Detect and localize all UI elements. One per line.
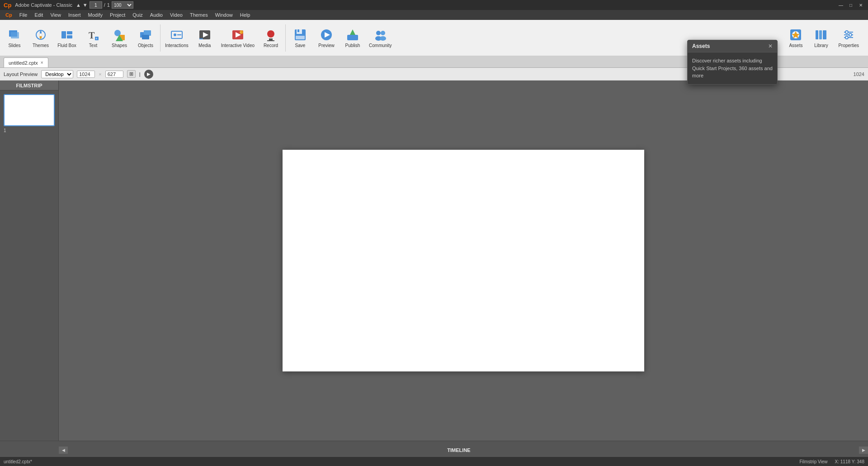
menu-project[interactable]: Project xyxy=(106,10,129,20)
themes-tool[interactable]: Themes xyxy=(28,21,53,55)
menu-themes[interactable]: Themes xyxy=(186,10,212,20)
preview-tool[interactable]: Preview xyxy=(314,21,339,55)
status-file-name: untitled2.cptx* xyxy=(4,459,32,464)
community-icon xyxy=(373,28,387,42)
media-tool[interactable]: Media xyxy=(192,21,217,55)
menu-video[interactable]: Video xyxy=(166,10,186,20)
assets-tool[interactable]: Assets xyxy=(784,21,807,55)
scroll-right-button[interactable]: ▶ xyxy=(859,447,868,454)
record-tool[interactable]: Record xyxy=(258,21,283,55)
zoom-select[interactable]: 100 75 50 150 xyxy=(112,1,133,9)
svg-rect-44 xyxy=(816,30,818,39)
menu-quiz[interactable]: Quiz xyxy=(129,10,146,20)
svg-rect-5 xyxy=(67,31,72,34)
svg-rect-6 xyxy=(67,35,72,38)
minimize-button[interactable]: — xyxy=(837,1,844,9)
menubar: Cp File Edit View Insert Modify Project … xyxy=(0,10,868,20)
shapes-label: Shapes xyxy=(112,43,127,48)
fit-button[interactable]: ⊞ xyxy=(127,70,136,78)
publish-icon xyxy=(345,28,360,42)
timeline-label: TIMELINE xyxy=(59,447,859,453)
close-button[interactable]: ✕ xyxy=(857,1,864,9)
media-icon xyxy=(198,28,212,42)
svg-point-37 xyxy=(376,31,381,35)
tab-close-button[interactable]: × xyxy=(41,60,43,65)
slides-icon xyxy=(7,28,22,42)
maximize-button[interactable]: □ xyxy=(847,1,854,9)
filmstrip-header: FILMSTRIP xyxy=(0,81,58,90)
page-controls: ▲ ▼ / 1 100 75 50 150 xyxy=(76,1,133,9)
text-label: Text xyxy=(89,43,97,48)
library-tool[interactable]: Library xyxy=(809,21,833,55)
svg-point-50 xyxy=(845,31,848,33)
menu-file[interactable]: File xyxy=(16,10,31,20)
properties-tool[interactable]: Properties xyxy=(835,21,863,55)
menu-insert[interactable]: Insert xyxy=(65,10,85,20)
layout-preview-label: Layout Preview xyxy=(4,71,38,77)
preview-icon xyxy=(319,28,334,42)
properties-icon xyxy=(841,28,856,42)
shapes-tool[interactable]: Shapes xyxy=(107,21,132,55)
interactions-label: Interactions xyxy=(165,43,189,48)
publish-tool[interactable]: Publish xyxy=(340,21,365,55)
separator: | xyxy=(139,71,141,77)
fluid-box-label: Fluid Box xyxy=(57,43,76,48)
nav-up-icon[interactable]: ▲ xyxy=(76,2,81,8)
assets-popup-body: Discover richer assets including Quick S… xyxy=(688,52,777,84)
record-label: Record xyxy=(264,43,278,48)
filmstrip-content: 1 xyxy=(0,90,58,441)
community-label: Community xyxy=(369,43,392,48)
svg-rect-31 xyxy=(297,29,299,32)
preview-label: Preview xyxy=(318,43,335,48)
community-tool[interactable]: Community xyxy=(366,21,395,55)
page-total: 1 xyxy=(107,2,110,8)
svg-point-51 xyxy=(849,33,852,36)
play-button[interactable]: ▶ xyxy=(144,70,153,79)
fluid-box-icon xyxy=(60,28,74,42)
toolbar-separator-2 xyxy=(285,24,286,52)
save-tool[interactable]: Save xyxy=(288,21,313,55)
publish-label: Publish xyxy=(345,43,360,48)
page-input[interactable] xyxy=(90,1,102,9)
interactions-tool[interactable]: Interactions xyxy=(162,21,191,55)
layout-select[interactable]: Desktop Tablet Mobile xyxy=(41,70,73,78)
menu-modify[interactable]: Modify xyxy=(85,10,106,20)
slides-tool[interactable]: Slides xyxy=(2,21,27,55)
app-title: Adobe Captivate - Classic xyxy=(15,2,72,8)
slide-canvas[interactable] xyxy=(283,150,644,371)
menu-edit[interactable]: Edit xyxy=(31,10,47,20)
assets-label: Assets xyxy=(789,43,802,48)
view-mode: Filmstrip View xyxy=(800,459,828,464)
dim-separator: × xyxy=(99,71,101,77)
text-tool[interactable]: T + Text xyxy=(80,21,106,55)
menu-help[interactable]: Help xyxy=(236,10,254,20)
save-label: Save xyxy=(295,43,306,48)
canvas-width: 1024 xyxy=(77,71,95,78)
slides-label: Slides xyxy=(8,43,20,48)
canvas-area[interactable] xyxy=(59,81,868,441)
slide-number-1: 1 xyxy=(4,128,55,133)
svg-rect-46 xyxy=(823,30,826,39)
menu-window[interactable]: Window xyxy=(212,10,236,20)
slide-thumbnail-1[interactable] xyxy=(4,94,55,126)
assets-popup-close[interactable]: ✕ xyxy=(768,43,773,49)
objects-label: Objects xyxy=(138,43,153,48)
svg-point-38 xyxy=(381,31,385,35)
interactive-video-tool[interactable]: ! Interactive Video xyxy=(218,21,257,55)
menu-audio[interactable]: Audio xyxy=(146,10,166,20)
svg-text:+: + xyxy=(95,37,98,41)
objects-tool[interactable]: Objects xyxy=(133,21,158,55)
svg-rect-27 xyxy=(269,38,273,40)
scroll-left-button[interactable]: ◀ xyxy=(59,447,68,454)
svg-rect-1 xyxy=(11,32,19,38)
menu-view[interactable]: View xyxy=(47,10,65,20)
fluid-box-tool[interactable]: Fluid Box xyxy=(54,21,80,55)
menu-cp[interactable]: Cp xyxy=(2,10,16,20)
svg-point-26 xyxy=(267,30,274,38)
nav-down-icon[interactable]: ▼ xyxy=(83,2,88,8)
toolbar-separator-1 xyxy=(160,24,160,52)
file-tab[interactable]: untitled2.cptx × xyxy=(4,57,48,67)
right-toolbar: Assets Library xyxy=(784,21,866,55)
themes-label: Themes xyxy=(33,43,49,48)
status-right: Filmstrip View X: 1118 Y: 348 xyxy=(800,459,864,464)
